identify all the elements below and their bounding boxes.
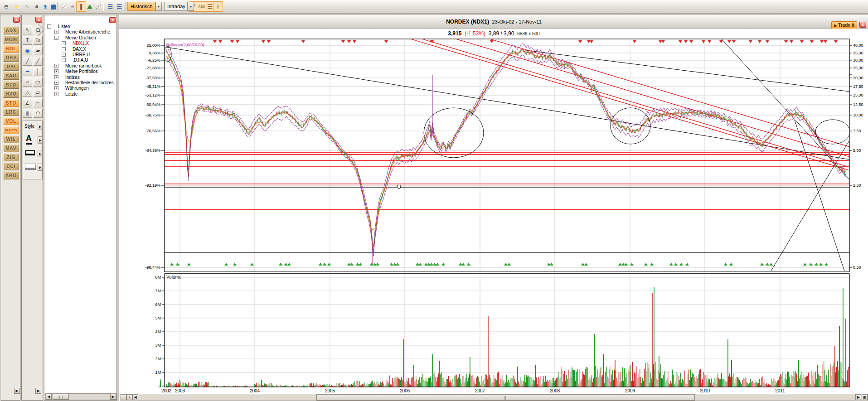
indicator-button-wil[interactable]: WIL xyxy=(3,135,19,143)
toolbar-chart-dotted-icon[interactable]: ⋰ xyxy=(93,1,103,12)
tree-node-toggle-icon[interactable]: + xyxy=(54,75,58,79)
scroll-right-icon[interactable]: ▶ xyxy=(110,394,116,400)
pencil-line-icon[interactable]: ╱ xyxy=(23,57,32,66)
tree-node-toggle-icon[interactable]: + xyxy=(54,69,58,73)
scroll-right-icon[interactable]: ▶ xyxy=(855,394,861,400)
indicator-button-cci[interactable]: CCI xyxy=(3,163,19,170)
volume-bar xyxy=(457,379,458,387)
eraser-icon[interactable]: ▰ xyxy=(33,46,43,55)
toolbar-app-grid-icon[interactable]: ▦ xyxy=(48,1,58,12)
panel-scroll-down-button[interactable]: ▶ xyxy=(14,388,20,394)
indicator-button-mom[interactable]: MOM xyxy=(3,36,19,43)
close-icon[interactable]: x xyxy=(109,17,116,23)
tree-node-toggle-icon[interactable]: · xyxy=(62,41,66,45)
toolbar-list-detailed-icon[interactable]: ☰ xyxy=(114,1,124,12)
font-picker-button[interactable] xyxy=(38,136,42,144)
scroll-left-icon[interactable]: ◀ xyxy=(132,394,138,400)
tree-node-toggle-icon[interactable]: - xyxy=(47,24,51,29)
toolbar-settings-wrench-icon[interactable]: 🔧 xyxy=(22,1,32,12)
tree-node-toggle-icon[interactable]: + xyxy=(54,86,58,90)
indicator-button-bol[interactable]: BOL xyxy=(3,45,19,53)
zoom-out-button[interactable]: − xyxy=(121,394,126,400)
line-style-button[interactable] xyxy=(25,150,35,155)
dotted-line-icon[interactable]: ┈ xyxy=(33,98,43,107)
indicator-button-lrc[interactable]: LRC xyxy=(3,108,19,116)
volume-bar xyxy=(746,377,746,387)
buy-signal-icon xyxy=(250,263,254,266)
tree-node-toggle-icon[interactable]: · xyxy=(62,47,66,51)
tree-node-toggle-icon[interactable]: + xyxy=(54,30,58,34)
indicator-button-sar[interactable]: SAR xyxy=(3,72,19,80)
tree-item-meine-portfolios[interactable]: Meine Portfolios xyxy=(65,69,98,74)
panel-scroll-down-button[interactable]: ▶ xyxy=(35,388,41,394)
chart-scrollbar-thumb[interactable] xyxy=(316,394,695,401)
polygon-icon[interactable]: ▱ xyxy=(33,88,43,97)
intraday-dropdown-arrow-icon[interactable]: ▼ xyxy=(188,2,194,11)
tree-item-bestandteile-der-indizes[interactable]: Bestandteile der Indizes xyxy=(65,80,114,85)
new-window-icon[interactable]: ▣ xyxy=(862,394,868,400)
tree-node-toggle-icon[interactable]: + xyxy=(54,92,58,96)
tree-item-meine-grafiken[interactable]: Meine Grafiken xyxy=(65,35,96,40)
tree-node-toggle-icon[interactable]: · xyxy=(62,53,66,57)
trendline-icon[interactable]: ╱ xyxy=(33,57,43,66)
toolbar-save-icon[interactable]: 💾 xyxy=(1,1,11,12)
visibility-eye-icon[interactable]: ◉ xyxy=(23,46,32,55)
tree-item-meine-arbeitsbereiche[interactable]: Meine Arbeitsbereiche xyxy=(65,29,110,34)
intraday-dropdown[interactable]: Intraday xyxy=(164,2,188,11)
indicator-button-vol[interactable]: VOL xyxy=(3,117,19,125)
tree-item-listen[interactable]: Listen xyxy=(58,24,70,29)
indicator-button-adx[interactable]: ADX xyxy=(3,27,19,34)
indicator-button-aro[interactable]: ARO xyxy=(3,172,19,179)
indicator-button-mav[interactable]: MAV xyxy=(3,145,19,152)
zoom-icon[interactable]: Ϙ xyxy=(31,24,44,37)
toolbar-chart-scale-icon[interactable]: ⍿ xyxy=(213,1,223,12)
text-icon[interactable]: T xyxy=(23,36,32,45)
indicator-button-std[interactable]: STD xyxy=(3,81,19,89)
tree-item-w-hrungen[interactable]: Währungen xyxy=(65,86,89,91)
scroll-left-icon[interactable]: ◀ xyxy=(46,394,52,400)
style-picker-button[interactable] xyxy=(38,123,42,130)
fill-picker-button[interactable] xyxy=(38,164,42,171)
tree-horizontal-scrollbar[interactable]: ◀ ▶ xyxy=(45,393,116,400)
tree-item-ndx1-x[interactable]: NDX1,X xyxy=(73,41,89,46)
indicator-button-macd[interactable]: MACD xyxy=(3,126,19,134)
vertical-line-icon[interactable]: │ xyxy=(33,67,43,76)
parallel-lines-icon[interactable]: ||| xyxy=(23,109,32,118)
historisch-dropdown-arrow-icon[interactable]: ▼ xyxy=(155,2,162,11)
line-picker-button[interactable] xyxy=(38,150,42,157)
text-note-icon[interactable]: To xyxy=(33,36,43,45)
tree-node-toggle-icon[interactable]: + xyxy=(54,81,58,85)
indicator-button-sto[interactable]: STO xyxy=(3,99,19,107)
indicator-button-zig[interactable]: ZIG xyxy=(3,154,19,161)
tree-node-toggle-icon[interactable]: + xyxy=(54,64,58,68)
historisch-dropdown[interactable]: Historisch xyxy=(127,2,155,11)
fill-style-button[interactable] xyxy=(25,164,36,170)
rectangle-icon[interactable]: ▭ xyxy=(33,77,43,87)
indicator-button-hvo[interactable]: HVO xyxy=(3,90,19,98)
horizontal-line-icon[interactable]: ━ xyxy=(23,67,32,76)
close-icon[interactable]: x xyxy=(13,17,20,23)
tree-item-urre-u[interactable]: URRE,U xyxy=(73,52,90,57)
volume-bar xyxy=(387,383,387,387)
close-icon[interactable]: x xyxy=(35,17,42,23)
tree-node-toggle-icon[interactable]: · xyxy=(62,58,66,62)
tree-item-dax-x[interactable]: DAX,X xyxy=(73,47,86,52)
volume-bar xyxy=(619,373,619,387)
toolbar-open-folder-icon[interactable]: 📁 xyxy=(12,1,22,12)
tree-item-indizes[interactable]: Indizes xyxy=(65,75,80,80)
zoom-in-button[interactable]: + xyxy=(126,394,132,400)
indicator-button-obv[interactable]: OBV xyxy=(3,54,19,62)
triangle-icon[interactable]: △ xyxy=(23,88,32,97)
tree-scrollbar-thumb[interactable] xyxy=(53,394,69,400)
tree-node-toggle-icon[interactable]: - xyxy=(54,36,58,40)
arc-icon[interactable]: ◠ xyxy=(33,109,43,118)
toolbar-list-compact-icon[interactable]: ☰ xyxy=(105,1,115,12)
angle-line-icon[interactable]: ∠ xyxy=(23,98,32,107)
font-style-button[interactable]: A xyxy=(26,134,32,145)
ellipse-icon[interactable]: ○ xyxy=(23,77,32,87)
tree-item-letzte[interactable]: Letzte xyxy=(65,92,78,97)
tree-item--djia-u[interactable]: .DJIA,U xyxy=(73,58,88,63)
chart-horizontal-scrollbar[interactable]: − + ◀ ▶ ▣ xyxy=(120,394,868,401)
indicator-button-rsi[interactable]: RSI xyxy=(3,63,19,71)
tree-item-meine-runnerbook[interactable]: Meine runnerbook xyxy=(65,63,102,68)
